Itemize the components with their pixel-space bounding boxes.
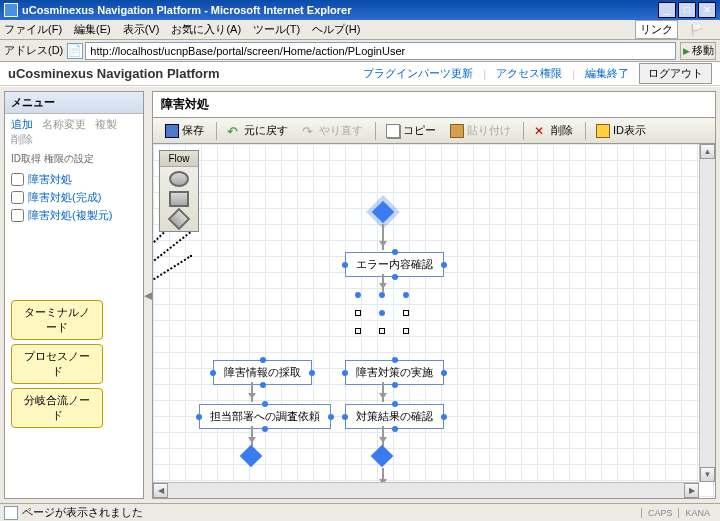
menu-edit[interactable]: 編集(E): [74, 22, 111, 37]
id-icon: [596, 124, 610, 138]
link-access-perm[interactable]: アクセス権限: [496, 66, 562, 81]
paste-button[interactable]: 貼り付け: [444, 121, 517, 140]
ie-throbber-icon: 🏳️: [690, 23, 704, 36]
menu-file[interactable]: ファイル(F): [4, 22, 62, 37]
node-collect-info[interactable]: 障害情報の採取: [213, 360, 312, 385]
app-header: uCosminexus Navigation Platform プラグインパーツ…: [0, 62, 720, 86]
window-titlebar: uCosminexus Navigation Platform - Micros…: [0, 0, 720, 20]
sidebar-copy: 複製: [95, 118, 117, 130]
status-kana: KANA: [678, 508, 716, 518]
status-caps: CAPS: [641, 508, 679, 518]
save-icon: [165, 124, 179, 138]
sidebar-rename: 名称変更: [42, 118, 86, 130]
id-show-button[interactable]: ID表示: [590, 121, 652, 140]
flow-arrow: [382, 274, 384, 292]
status-bar: ページが表示されました CAPS KANA: [0, 503, 720, 521]
address-bar: アドレス(D) 📄 移動: [0, 40, 720, 62]
menu-fav[interactable]: お気に入り(A): [171, 22, 241, 37]
callout-branch: 分岐合流ノード: [11, 388, 103, 428]
sidebar-header: メニュー: [5, 92, 143, 114]
breadcrumb: 障害対処: [152, 91, 716, 117]
menu-tools[interactable]: ツール(T): [253, 22, 300, 37]
scroll-down-button[interactable]: ▼: [700, 467, 715, 482]
palette-terminal-shape[interactable]: [169, 171, 189, 187]
flow-arrow: [382, 382, 384, 402]
redo-icon: [302, 124, 316, 138]
ie-menubar: ファイル(F) 編集(E) 表示(V) お気に入り(A) ツール(T) ヘルプ(…: [0, 20, 720, 40]
sidebar-item-1[interactable]: 障害対処(完成): [11, 190, 137, 205]
status-icon: [4, 506, 18, 520]
vertical-splitter[interactable]: ◀: [144, 87, 152, 503]
maximize-button[interactable]: □: [678, 2, 696, 18]
editor-toolbar: 保存 元に戻す やり直す コピー 貼り付け 削除 ID表示: [152, 117, 716, 143]
app-icon: [4, 3, 18, 17]
window-title: uCosminexus Navigation Platform - Micros…: [22, 4, 658, 16]
address-input[interactable]: [85, 42, 676, 60]
menu-help[interactable]: ヘルプ(H): [312, 22, 360, 37]
callout-terminal: ターミナルノード: [11, 300, 103, 340]
canvas-grid: [153, 144, 715, 498]
canvas[interactable]: Flow エラー内容確認: [152, 143, 716, 499]
shape-palette: Flow: [159, 150, 199, 232]
flow-arrow: [382, 426, 384, 446]
scroll-up-button[interactable]: ▲: [700, 144, 715, 159]
delete-icon: [534, 124, 548, 138]
callout-process: プロセスノード: [11, 344, 103, 384]
sidebar-add[interactable]: 追加: [11, 118, 33, 130]
link-plugin-update[interactable]: プラグインパーツ更新: [363, 66, 473, 81]
link-edit-end[interactable]: 編集終了: [585, 66, 629, 81]
palette-process-shape[interactable]: [169, 191, 189, 207]
palette-decision-shape[interactable]: [168, 208, 191, 231]
sidebar-delete: 削除: [11, 133, 33, 145]
app-name: uCosminexus Navigation Platform: [8, 66, 220, 81]
status-message: ページが表示されました: [22, 505, 143, 520]
go-button[interactable]: 移動: [680, 42, 716, 60]
links-label[interactable]: リンク: [635, 20, 678, 39]
undo-button[interactable]: 元に戻す: [221, 121, 294, 140]
flow-arrow: [251, 426, 253, 446]
sidebar-check-1[interactable]: [11, 191, 24, 204]
node-exec-counter[interactable]: 障害対策の実施: [345, 360, 444, 385]
sidebar: メニュー 追加 名称変更 複製 削除 ID取得 権限の設定 障害対処 障害対処(…: [4, 91, 144, 499]
copy-button[interactable]: コピー: [380, 121, 442, 140]
minimize-button[interactable]: _: [658, 2, 676, 18]
redo-button[interactable]: やり直す: [296, 121, 369, 140]
undo-icon: [227, 124, 241, 138]
address-label: アドレス(D): [4, 43, 63, 58]
node-error-check[interactable]: エラー内容確認: [345, 252, 444, 277]
selection-handles[interactable]: [355, 292, 411, 336]
sidebar-item-2[interactable]: 障害対処(複製元): [11, 208, 137, 223]
node-request-dept[interactable]: 担当部署への調査依頼: [199, 404, 331, 429]
page-icon: 📄: [67, 43, 83, 59]
save-button[interactable]: 保存: [159, 121, 210, 140]
sidebar-check-0[interactable]: [11, 173, 24, 186]
paste-icon: [450, 124, 464, 138]
sidebar-item-0[interactable]: 障害対処: [11, 172, 137, 187]
v-scrollbar[interactable]: ▲ ▼: [699, 144, 715, 482]
logout-button[interactable]: ログアウト: [639, 63, 712, 84]
menu-view[interactable]: 表示(V): [123, 22, 160, 37]
flow-arrow: [382, 224, 384, 250]
copy-icon: [386, 124, 400, 138]
close-button[interactable]: ✕: [698, 2, 716, 18]
sidebar-check-2[interactable]: [11, 209, 24, 222]
h-scrollbar[interactable]: ◀ ▶: [153, 482, 699, 498]
delete-button[interactable]: 削除: [528, 121, 579, 140]
palette-tab-flow[interactable]: Flow: [160, 151, 198, 167]
flow-arrow: [251, 382, 253, 402]
sidebar-sublabel: ID取得 権限の設定: [5, 150, 143, 168]
node-check-result[interactable]: 対策結果の確認: [345, 404, 444, 429]
scroll-left-button[interactable]: ◀: [153, 483, 168, 498]
scroll-right-button[interactable]: ▶: [684, 483, 699, 498]
